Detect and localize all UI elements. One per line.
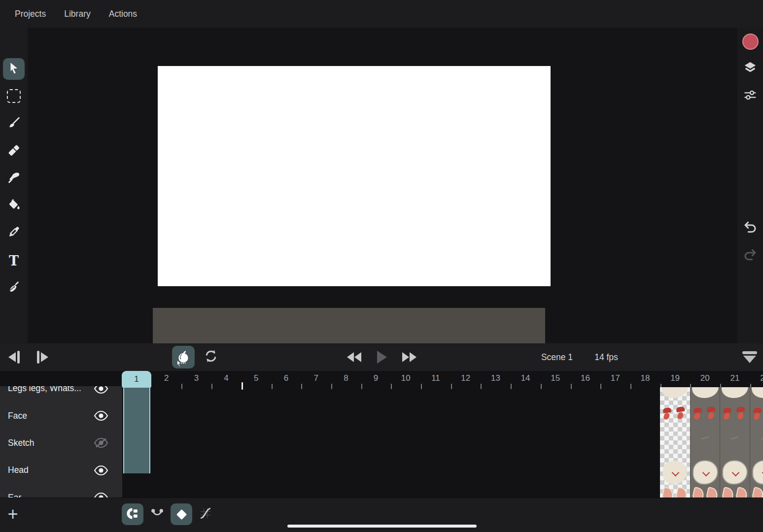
thumbnail-artwork	[676, 406, 685, 412]
eraser-tool-button[interactable]	[3, 140, 25, 162]
layer-visibility-toggle-on[interactable]	[93, 386, 109, 396]
color-swatch-button[interactable]	[739, 31, 761, 52]
next-frame-button[interactable]	[33, 343, 52, 371]
menu-actions[interactable]: Actions	[109, 9, 137, 19]
pen-nib-icon	[7, 280, 20, 295]
brush-tool-button[interactable]	[3, 113, 25, 134]
mouse-cursor	[175, 360, 183, 369]
frame-number-5[interactable]: 5	[242, 373, 271, 383]
ruler-tick	[541, 384, 542, 389]
move-tool-button[interactable]	[3, 58, 25, 80]
frame-number-4[interactable]: 4	[211, 373, 241, 383]
motion-path-icon	[150, 506, 164, 522]
frame-number-21[interactable]: 21	[720, 373, 750, 383]
fill-tool-button[interactable]	[3, 195, 25, 217]
frame-number-13[interactable]: 13	[481, 373, 510, 383]
frame-number-17[interactable]: 17	[600, 373, 630, 383]
layer-visibility-toggle-on[interactable]	[93, 490, 109, 498]
clip-frame-19[interactable]	[660, 387, 690, 498]
thumbnail-artwork	[705, 487, 719, 498]
thumbnail-artwork	[692, 387, 719, 398]
eyedropper-tool-button[interactable]	[3, 222, 25, 244]
layers-panel-button[interactable]	[739, 58, 761, 79]
layer-row-legs-legs-whats[interactable]: Legs legs, Whats...	[0, 386, 122, 402]
frame-number-2[interactable]: 2	[152, 373, 181, 383]
loop-playback-button[interactable]	[200, 343, 222, 371]
selected-frame-column[interactable]	[123, 388, 150, 473]
ruler-tick	[421, 384, 422, 389]
frame-number-20[interactable]: 20	[690, 373, 720, 383]
fast-forward-button[interactable]	[399, 343, 419, 371]
text-tool-button[interactable]: T	[3, 250, 25, 271]
thumbnail-artwork	[661, 487, 675, 498]
layer-row-face[interactable]: Face	[0, 402, 122, 429]
frame-number-3[interactable]: 3	[181, 373, 211, 383]
drawing-canvas[interactable]	[158, 66, 551, 286]
layer-row-head[interactable]: Head	[0, 457, 122, 484]
layer-visibility-toggle-on[interactable]	[93, 408, 109, 423]
frame-number-16[interactable]: 16	[571, 373, 600, 383]
settings-sliders-button[interactable]	[739, 85, 761, 107]
eraser-icon	[7, 143, 21, 159]
thumbnail-artwork	[736, 406, 745, 412]
frame-number-8[interactable]: 8	[331, 373, 361, 383]
redo-button[interactable]	[739, 245, 761, 267]
fps-selector[interactable]: 14 fps	[589, 343, 624, 371]
menu-projects[interactable]: Projects	[15, 9, 46, 19]
frame-number-19[interactable]: 19	[660, 373, 690, 383]
frame-number-11[interactable]: 11	[421, 373, 451, 383]
menu-library[interactable]: Library	[64, 9, 91, 19]
frame-number-10[interactable]: 10	[391, 373, 420, 383]
smudge-finger-icon	[7, 170, 21, 186]
motion-path-button[interactable]	[146, 503, 168, 525]
frame-number-18[interactable]: 18	[630, 373, 660, 383]
playback-bar: Scene 1 14 fps	[0, 343, 763, 371]
thumbnail-artwork	[723, 461, 747, 484]
layer-visibility-toggle-off[interactable]	[93, 435, 109, 450]
marquee-select-icon	[7, 89, 21, 103]
thumbnail-artwork	[692, 487, 705, 498]
easing-curve-button[interactable]	[195, 503, 216, 525]
clip-frame-21[interactable]	[720, 387, 750, 498]
layer-row-ear[interactable]: Ear	[0, 484, 122, 498]
eye-visible-icon	[94, 386, 108, 394]
thumbnail-artwork	[722, 487, 735, 498]
add-layer-button[interactable]: +	[2, 503, 24, 525]
marquee-select-tool-button[interactable]	[3, 85, 25, 107]
frame-ruler[interactable]: 12345678910111213141516171819202122	[0, 371, 763, 388]
cursor-arrow-icon	[7, 62, 20, 76]
layer-visibility-toggle-on[interactable]	[93, 463, 109, 478]
frame-number-15[interactable]: 15	[541, 373, 570, 383]
layer-name: Legs legs, Whats...	[8, 386, 81, 394]
frame-number-6[interactable]: 6	[272, 373, 301, 383]
frame-number-7[interactable]: 7	[301, 373, 331, 383]
thumbnail-artwork	[707, 412, 715, 420]
frame-number-22[interactable]: 22	[750, 373, 763, 383]
scene-selector[interactable]: Scene 1	[537, 343, 577, 371]
frame-number-12[interactable]: 12	[451, 373, 481, 383]
home-indicator[interactable]	[287, 525, 477, 528]
rewind-button[interactable]	[344, 343, 364, 371]
selected-frame-header[interactable]: 1	[122, 371, 151, 388]
play-button[interactable]	[375, 343, 389, 371]
keyframe-button[interactable]	[171, 503, 192, 525]
clip-frame-22[interactable]	[750, 387, 763, 498]
ruler-tick	[451, 384, 452, 389]
clip-frame-20[interactable]	[690, 387, 720, 498]
frame-number-14[interactable]: 14	[511, 373, 540, 383]
layer-row-sketch[interactable]: Sketch	[0, 430, 122, 457]
snap-magnet-button[interactable]	[122, 503, 143, 525]
smudge-tool-button[interactable]	[3, 167, 25, 189]
undo-button[interactable]	[739, 218, 761, 239]
thumbnail-artwork	[694, 461, 717, 484]
thumbnail-artwork	[752, 487, 763, 498]
pen-tool-button[interactable]	[3, 277, 25, 299]
ruler-tick	[242, 382, 243, 390]
collapse-timeline-button[interactable]	[738, 343, 761, 371]
fast-forward-icon	[402, 352, 409, 362]
frame-number-9[interactable]: 9	[361, 373, 391, 383]
layer-name: Head	[8, 465, 29, 475]
previous-frame-button[interactable]	[4, 343, 24, 371]
ruler-tick	[391, 384, 392, 389]
ruler-tick	[331, 384, 332, 389]
